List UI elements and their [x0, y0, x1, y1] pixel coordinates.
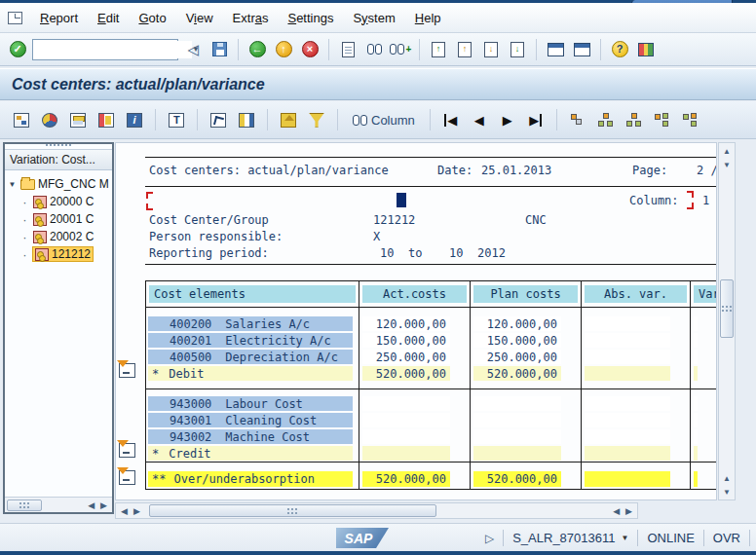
horizontal-scrollbar[interactable]: ◀ ▶ ◀ ▶ — [115, 502, 638, 519]
tree-header[interactable]: Variation: Cost... — [5, 149, 112, 170]
switch-drilldown-button[interactable] — [566, 107, 589, 132]
save-button[interactable] — [208, 38, 231, 61]
find-next-button[interactable] — [389, 38, 412, 61]
scroll-left-icon[interactable]: ◀ — [118, 506, 131, 516]
menu-goto[interactable]: Goto — [129, 7, 175, 29]
detail-list-button[interactable] — [94, 107, 118, 132]
next-page-button[interactable]: ↓ — [479, 38, 503, 61]
collapse-icon[interactable] — [119, 470, 135, 485]
last-page-button[interactable]: ↓ — [506, 38, 529, 61]
plan-cost-cell[interactable] — [471, 395, 582, 412]
menu-settings[interactable]: Settings — [278, 7, 343, 29]
panel-grip[interactable] — [45, 143, 72, 147]
scroll-right-icon[interactable]: ▶ — [97, 500, 110, 510]
vertical-scrollbar[interactable]: ▲ ▼ ▲ ▼ — [718, 142, 736, 500]
plan-cost-cell[interactable] — [471, 428, 582, 445]
plan-cost-cell[interactable]: 520.000,00 — [471, 469, 582, 489]
tree-node-20002[interactable]: · 20002 C — [7, 228, 112, 245]
var-cell[interactable] — [691, 349, 716, 365]
next-column-button[interactable]: ▶ — [496, 107, 519, 132]
abs-var-cell[interactable] — [582, 365, 691, 382]
scroll-left-icon[interactable]: ◀ — [85, 500, 97, 510]
scrollbar-thumb[interactable] — [720, 279, 734, 338]
scroll-left-icon[interactable]: ◀ — [610, 506, 623, 516]
act-cost-cell[interactable] — [359, 445, 471, 462]
plan-cost-cell[interactable]: 520.000,00 — [471, 365, 582, 382]
previous-column-button[interactable]: ◀ — [468, 107, 491, 132]
command-field[interactable]: ▼ — [32, 39, 178, 60]
new-session-button[interactable] — [544, 38, 567, 61]
scroll-up-button[interactable]: ▲ — [720, 471, 734, 485]
tree-node-root[interactable]: ▼ MFG_CNC M — [7, 175, 112, 193]
grand-total-label-cell[interactable]: **Over/underabsorption — [146, 469, 359, 489]
scroll-down-button[interactable]: ▼ — [720, 158, 734, 171]
drilldown-down-button[interactable] — [623, 107, 646, 132]
cost-element-cell[interactable]: 400200Salaries A/c — [146, 315, 359, 332]
tree-horizontal-scrollbar[interactable]: ◀ ▶ — [5, 497, 112, 512]
scrollbar-thumb[interactable] — [7, 500, 42, 511]
scrollbar-thumb[interactable] — [149, 504, 436, 517]
cancel-button[interactable]: × — [298, 38, 321, 61]
plan-cost-cell[interactable]: 150.000,00 — [471, 332, 582, 349]
act-cost-cell[interactable]: 520.000,00 — [359, 365, 471, 382]
enter-button[interactable]: ✓ — [6, 38, 29, 61]
scroll-down-button[interactable]: ▼ — [720, 485, 734, 499]
back-button[interactable]: ← — [246, 38, 269, 61]
abs-var-cell[interactable] — [582, 332, 691, 349]
tree-node-121212-selected[interactable]: · 121212 — [7, 245, 112, 263]
plan-cost-cell[interactable]: 250.000,00 — [471, 349, 582, 365]
customize-layout-button[interactable] — [634, 38, 658, 61]
cost-element-cell[interactable]: 943000Labour Cost — [146, 395, 359, 412]
next-level-button[interactable] — [679, 107, 702, 132]
act-cost-cell[interactable]: 520.000,00 — [359, 469, 471, 489]
system-menu-icon[interactable] — [8, 12, 22, 24]
first-page-button[interactable]: ↑ — [427, 38, 450, 61]
info-button[interactable]: i — [123, 107, 146, 132]
abs-var-cell[interactable] — [582, 469, 691, 489]
plan-cost-cell[interactable] — [471, 445, 582, 462]
command-field-collapse-button[interactable]: ◁ — [181, 38, 205, 61]
input-mode-indicator[interactable]: OVR — [713, 531, 740, 545]
var-cell[interactable] — [691, 428, 716, 445]
act-cost-cell[interactable] — [359, 412, 471, 428]
var-cell[interactable] — [691, 365, 716, 382]
sort-button[interactable] — [277, 107, 300, 132]
total-label-cell[interactable]: *Debit — [146, 365, 359, 382]
menu-report[interactable]: Report — [30, 7, 88, 29]
tree-node-20001[interactable]: · 20001 C — [7, 210, 112, 228]
var-cell[interactable] — [691, 395, 716, 412]
drilldown-up-button[interactable] — [594, 107, 618, 132]
var-cell[interactable] — [691, 412, 716, 428]
abs-var-cell[interactable] — [582, 445, 691, 462]
first-column-button[interactable]: ◀ — [439, 107, 463, 132]
header-plan-costs[interactable]: Plan costs — [471, 281, 582, 307]
expand-arrow-icon[interactable]: ▼ — [7, 180, 18, 189]
previous-page-button[interactable]: ↑ — [453, 38, 476, 61]
act-cost-cell[interactable]: 250.000,00 — [359, 349, 471, 365]
collapse-icon[interactable] — [119, 363, 135, 378]
cost-element-cell[interactable]: 400500Depreciation A/c — [146, 349, 359, 365]
abs-var-cell[interactable] — [582, 412, 691, 428]
plan-cost-cell[interactable] — [471, 412, 582, 428]
act-cost-cell[interactable] — [359, 395, 471, 412]
act-cost-cell[interactable]: 120.000,00 — [359, 315, 471, 332]
abs-var-cell[interactable] — [582, 395, 691, 412]
act-cost-cell[interactable] — [359, 428, 471, 445]
collapse-icon[interactable] — [119, 443, 135, 458]
plan-cost-cell[interactable]: 120.000,00 — [471, 315, 582, 332]
command-input[interactable] — [33, 41, 192, 58]
create-shortcut-button[interactable] — [570, 38, 593, 61]
var-cell[interactable] — [691, 469, 716, 489]
header-abs-var[interactable]: Abs. var. — [582, 281, 691, 307]
menu-extras[interactable]: Extras — [223, 7, 279, 29]
header-var[interactable]: Var. — [691, 281, 716, 307]
header-act-costs[interactable]: Act.costs — [359, 281, 471, 307]
field-value[interactable]: 121212 — [373, 213, 415, 227]
var-cell[interactable] — [691, 445, 716, 462]
cost-element-cell[interactable]: 943001Cleaning Cost — [146, 412, 359, 428]
tree-node-20000[interactable]: · 20000 C — [7, 193, 112, 210]
scroll-up-button[interactable]: ▲ — [720, 144, 734, 158]
cost-element-cell[interactable]: 943002Machine Cost — [146, 428, 359, 445]
previous-level-button[interactable] — [651, 107, 674, 132]
abs-var-cell[interactable] — [582, 315, 691, 332]
